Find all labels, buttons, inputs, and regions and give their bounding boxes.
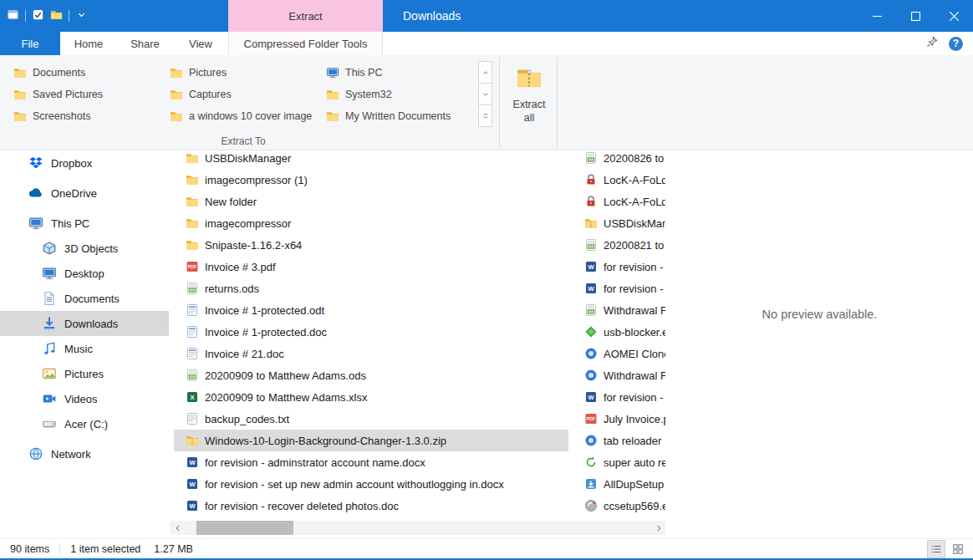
gallery-item-label: Saved Pictures	[33, 89, 103, 100]
file-item-invoice-1-protected-odt[interactable]: Invoice # 1-protected.odt	[174, 299, 568, 321]
extract-to-this-pc[interactable]: This PC	[321, 62, 477, 84]
sidebar-item-pictures[interactable]: Pictures	[0, 361, 169, 386]
file-item-super-auto-re[interactable]: super auto re	[573, 451, 665, 473]
file-item-lock-a-fold[interactable]: LocK-A-FoLd	[573, 191, 665, 212]
pin-ribbon-button[interactable]	[925, 35, 939, 52]
gallery-more-button[interactable]	[478, 104, 492, 127]
file-item-aomei-clone[interactable]: AOMEI Clone	[573, 343, 665, 364]
tab-view[interactable]: View	[173, 32, 228, 55]
qat-chevron-down-white-button[interactable]	[75, 8, 88, 24]
file-item-for-revision-recover-deleted-photos-doc[interactable]: Wfor revision - recover deleted photos.d…	[174, 495, 568, 517]
file-item-20200826-to[interactable]: 20200826 to	[573, 150, 665, 169]
qat-folder-button[interactable]	[50, 8, 63, 24]
file-item-lock-a-fold[interactable]: LocK-A-FoLd	[573, 169, 665, 191]
qat-checkbox-button[interactable]	[32, 8, 44, 24]
scroll-right-button[interactable]	[651, 521, 665, 535]
quick-access-toolbar	[7, 0, 88, 32]
tab-file[interactable]: File	[0, 32, 60, 55]
extract-to-a-windows-10-cover-image[interactable]: a windows 10 cover image	[165, 105, 321, 127]
minimize-button[interactable]	[858, 0, 896, 32]
qat-explorer-window-button[interactable]	[7, 8, 19, 24]
file-item-withdrawal-f[interactable]: Withdrawal F	[573, 299, 665, 321]
scrollbar-track[interactable]	[185, 521, 651, 535]
qat-separator	[69, 10, 69, 22]
file-item-imagecompressor[interactable]: imagecompressor	[174, 212, 568, 234]
extract-to-captures[interactable]: Captures	[165, 84, 321, 105]
zip-icon	[186, 434, 199, 447]
file-item-july-invoice-p[interactable]: PDFJuly Invoice.p	[573, 408, 665, 430]
sidebar-item-music[interactable]: Music	[0, 336, 169, 361]
file-item-label: Invoice # 3.pdf	[205, 261, 276, 273]
details-view-button[interactable]	[928, 541, 945, 557]
file-item-for-revision[interactable]: Wfor revision -	[573, 277, 665, 299]
sidebar-item-dropbox[interactable]: Dropbox	[0, 150, 169, 176]
sidebar-item-desktop[interactable]: Desktop	[0, 261, 169, 286]
file-item-for-revision-adminstrator-account-name-docx[interactable]: Wfor revision - adminstrator account nam…	[174, 451, 568, 473]
scroll-left-button[interactable]	[171, 521, 185, 535]
sidebar-item-acer-c[interactable]: Acer (C:)	[0, 411, 169, 436]
extract-to-saved-pictures[interactable]: Saved Pictures	[8, 84, 165, 105]
extract-all-button[interactable]: Extract all	[502, 58, 556, 147]
extract-to-my-written-documents[interactable]: My Written Documents	[321, 105, 477, 127]
tab-share[interactable]: Share	[117, 32, 173, 55]
docx-icon: W	[584, 390, 598, 404]
scrollbar-thumb[interactable]	[196, 521, 293, 535]
file-item-returns-ods[interactable]: returns.ods	[174, 277, 568, 299]
sidebar-item-label: Documents	[64, 293, 120, 305]
file-item-withdrawal-f[interactable]: Withdrawal F	[573, 364, 665, 386]
file-item-for-revision[interactable]: Wfor revision -	[573, 256, 665, 277]
sidebar-item-downloads[interactable]: Downloads	[0, 311, 169, 336]
file-item-snipaste-1-16-2-x64[interactable]: Snipaste-1.16.2-x64	[174, 234, 568, 256]
thumbnails-view-icon	[952, 543, 964, 555]
file-item-label: usb-blocker.e	[604, 326, 665, 339]
thumbnails-view-button[interactable]	[950, 541, 966, 557]
sidebar-item-onedrive[interactable]: OneDrive	[0, 181, 169, 206]
details-view-icon	[930, 543, 942, 555]
gallery-item-label: My Written Documents	[345, 110, 451, 122]
tab-compressed-folder-tools[interactable]: Compressed Folder Tools	[228, 32, 383, 55]
gallery-item-label: a windows 10 cover image	[189, 110, 312, 122]
close-button[interactable]	[935, 0, 973, 32]
sidebar-item-documents[interactable]: Documents	[0, 286, 169, 311]
file-item-label: Windows-10-Login-Background-Changer-1.3.…	[205, 435, 446, 447]
extract-to-documents[interactable]: Documents	[8, 62, 165, 84]
file-item-label: for revision - recover deleted photos.do…	[205, 500, 399, 512]
gallery-scroll-up-button[interactable]	[478, 61, 492, 84]
extract-to-pictures[interactable]: Pictures	[165, 62, 321, 84]
tab-home[interactable]: Home	[60, 32, 117, 55]
horizontal-scrollbar[interactable]	[171, 521, 665, 535]
help-button[interactable]: ?	[949, 37, 963, 51]
file-item-new-folder[interactable]: New folder	[174, 191, 568, 212]
file-item-alldupsetup[interactable]: AllDupSetup	[573, 473, 665, 495]
sidebar-item-network[interactable]: Network	[0, 441, 169, 466]
lock-icon	[584, 195, 598, 208]
sidebar-item-this-pc[interactable]: This PC	[0, 211, 169, 236]
file-item-backup-codes-txt[interactable]: backup_codes.txt	[174, 408, 568, 430]
ribbon-tabs: FileHomeShareViewCompressed Folder Tools	[0, 32, 383, 55]
file-item-label: returns.ods	[205, 283, 259, 295]
file-item-windows-10-login-background-changer-1-3-0-zip[interactable]: Windows-10-Login-Background-Changer-1.3.…	[174, 430, 568, 451]
extract-to-screenshots[interactable]: Screenshots	[8, 105, 165, 127]
file-item-usbdiskman[interactable]: USBDiskMan	[573, 212, 665, 234]
file-item-for-revision-set-up-new-admin-account-withoutlogging-in-docx[interactable]: Wfor revision - set up new admin account…	[174, 473, 568, 495]
file-item-invoice-3-pdf[interactable]: PDFInvoice # 3.pdf	[174, 256, 568, 277]
sidebar-item-3d-objects[interactable]: 3D Objects	[0, 236, 169, 261]
file-item-usbdiskmanager[interactable]: USBDiskManager	[174, 150, 568, 169]
sidebar-item-videos[interactable]: Videos	[0, 386, 169, 411]
file-item-ccsetup569-e[interactable]: ccsetup569.e	[573, 495, 665, 517]
file-item-invoice-1-protected-doc[interactable]: Invoice # 1-protected.doc	[174, 321, 568, 343]
file-item-for-revision[interactable]: Wfor revision -	[573, 386, 665, 408]
extract-to-system32[interactable]: System32	[321, 84, 477, 105]
gallery-scroll-down-button[interactable]	[478, 83, 492, 105]
file-item-20200909-to-matthew-adams-ods[interactable]: 20200909 to Matthew Adams.ods	[174, 364, 568, 386]
maximize-button[interactable]	[896, 0, 935, 32]
cube-icon	[42, 241, 57, 256]
file-item-20200909-to-matthew-adams-xlsx[interactable]: X20200909 to Matthew Adams.xlsx	[174, 386, 568, 408]
file-item-invoice-21-doc[interactable]: Invoice # 21.doc	[174, 343, 568, 364]
file-item-tab-reloader[interactable]: tab reloader	[573, 430, 665, 451]
file-item-20200821-to[interactable]: 20200821 to	[573, 234, 665, 256]
onedrive-icon	[28, 186, 43, 201]
context-tab-header[interactable]: Extract	[228, 0, 383, 32]
file-item-imagecompressor-1[interactable]: imagecompressor (1)	[174, 169, 568, 191]
file-item-usb-blocker-e[interactable]: usb-blocker.e	[573, 321, 665, 343]
